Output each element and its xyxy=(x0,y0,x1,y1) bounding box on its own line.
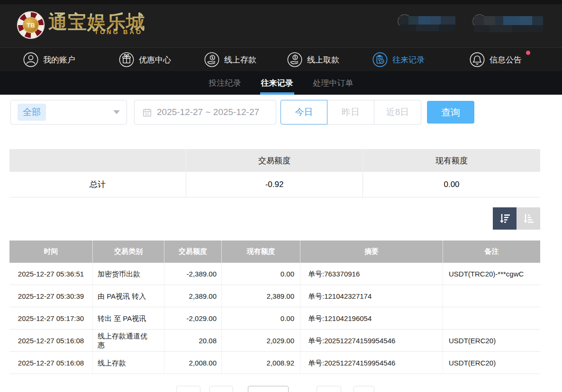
sort-descending-icon xyxy=(498,212,511,225)
date-range-value: 2025-12-27 ~ 2025-12-27 xyxy=(157,107,259,117)
sort-controls xyxy=(493,207,540,230)
pagination-page-button[interactable] xyxy=(209,386,233,392)
summary-total-label: 总计 xyxy=(9,172,186,197)
summary-balance: 0.00 xyxy=(363,172,540,197)
tab-label: 处理中订单 xyxy=(313,78,354,89)
cell-note: USDT(TRC20)-***cgwC xyxy=(443,263,540,285)
col-header-balance: 现有额度 xyxy=(222,241,300,263)
table-row: 2025-12-27 05:16:08 线上存款 2,008.00 2,008.… xyxy=(9,352,540,374)
cell-balance: 0.00 xyxy=(222,307,300,329)
bell-icon xyxy=(469,52,485,68)
pagination-prev-button[interactable] xyxy=(176,386,200,392)
nav-item-announcements[interactable]: 信息公告 xyxy=(469,48,522,71)
brand-logo[interactable]: TB 通宝娱乐城 TONG BAO xyxy=(17,11,145,39)
account-username-redacted xyxy=(474,16,543,32)
chip-label: TB xyxy=(23,17,39,33)
col-header-type: 交易类别 xyxy=(93,241,164,263)
yesterday-button[interactable]: 昨日 xyxy=(327,100,374,125)
nav-label: 优惠中心 xyxy=(139,54,171,65)
nav-label: 我的账户 xyxy=(43,54,75,65)
cell-amount: 20.08 xyxy=(164,330,222,351)
nav-item-withdraw[interactable]: $ 线上取款 xyxy=(287,48,339,71)
table-row: 2025-12-27 05:17:30 转出 至 PA视讯 -2,029.00 … xyxy=(9,307,540,330)
cell-time: 2025-12-27 05:17:30 xyxy=(9,307,93,329)
pagination-page-size-select[interactable] xyxy=(248,386,289,392)
cell-summary: 单号:121042196054 xyxy=(300,307,443,329)
tab-betting-records[interactable]: 投注纪录 xyxy=(209,71,241,95)
cell-balance: 2,008.92 xyxy=(222,352,300,374)
col-header-summary: 摘要 xyxy=(300,241,443,263)
cell-note: USDT(ERC20) xyxy=(443,330,540,351)
withdraw-icon: $ xyxy=(287,52,303,68)
cell-time: 2025-12-27 05:30:39 xyxy=(9,285,93,307)
record-subtabs: 投注纪录 往来记录 处理中订单 xyxy=(0,71,562,95)
cell-type: 由 PA视讯 转入 xyxy=(93,285,164,307)
col-header-amount: 交易额度 xyxy=(164,241,222,263)
summary-header-row: 交易额度 现有额度 xyxy=(9,149,540,172)
last-8-days-button[interactable]: 近8日 xyxy=(374,100,421,125)
account-info-area xyxy=(399,16,543,32)
top-header: TB 通宝娱乐城 TONG BAO xyxy=(0,0,562,47)
cell-summary: 单号:202512274159954546 xyxy=(300,352,443,374)
cell-type: 线上存款通道优惠 xyxy=(93,330,164,351)
summary-header-balance: 现有额度 xyxy=(363,149,540,172)
cell-amount: -2,029.00 xyxy=(164,307,222,329)
tab-transaction-records[interactable]: 往来记录 xyxy=(261,71,293,95)
nav-label: 往来记录 xyxy=(392,54,425,65)
table-row: 2025-12-27 05:16:08 线上存款通道优惠 20.08 2,029… xyxy=(9,330,540,352)
type-select[interactable]: 全部 xyxy=(10,100,127,125)
cell-amount: 2,008.00 xyxy=(164,352,222,374)
date-range-input[interactable]: 2025-12-27 ~ 2025-12-27 xyxy=(134,100,276,125)
sort-descending-button[interactable] xyxy=(493,207,517,230)
cell-note: USDT(ERC20) xyxy=(443,352,540,374)
cell-balance: 2,029.00 xyxy=(222,330,300,351)
nav-item-deposit[interactable]: 线上存款 xyxy=(204,48,256,71)
tab-label: 往来记录 xyxy=(261,78,293,89)
pagination-next-button[interactable] xyxy=(317,386,341,392)
summary-header-empty xyxy=(9,149,186,172)
cell-type: 加密货币出款 xyxy=(93,263,164,285)
pagination-jump-button[interactable] xyxy=(354,386,374,392)
type-select-value: 全部 xyxy=(18,104,46,121)
casino-chip-icon: TB xyxy=(17,11,45,39)
main-nav: 我的账户 优惠中心 线上存款 xyxy=(0,47,562,71)
sort-ascending-button[interactable] xyxy=(517,207,540,230)
tab-pending-orders[interactable]: 处理中订单 xyxy=(313,71,354,95)
cell-balance: 0.00 xyxy=(222,263,300,285)
summary-table: 交易额度 现有额度 总计 -0.92 0.00 xyxy=(9,149,540,197)
nav-label: 信息公告 xyxy=(489,54,522,65)
table-row: 2025-12-27 05:36:51 加密货币出款 -2,389.00 0.0… xyxy=(9,263,540,285)
cell-type: 线上存款 xyxy=(93,352,164,374)
summary-trade-amount: -0.92 xyxy=(186,172,363,197)
cell-summary: 单号:202512274159954546 xyxy=(300,330,443,351)
deposit-icon xyxy=(204,52,220,68)
nav-label: 线上取款 xyxy=(307,54,339,65)
quick-label: 今日 xyxy=(295,106,313,118)
nav-item-promotions[interactable]: 优惠中心 xyxy=(118,48,171,71)
cell-time: 2025-12-27 05:16:08 xyxy=(9,352,93,374)
transactions-table: 时间 交易类别 交易额度 现有额度 摘要 备注 2025-12-27 05:36… xyxy=(9,241,540,374)
today-button[interactable]: 今日 xyxy=(281,100,327,125)
user-icon xyxy=(23,52,39,68)
cell-summary: 单号:763370916 xyxy=(300,263,443,285)
gift-icon xyxy=(118,52,135,68)
brand-subtitle: TONG BAO xyxy=(94,28,143,36)
quick-date-buttons: 今日 昨日 近8日 xyxy=(281,100,421,125)
cell-balance: 2,389.00 xyxy=(222,285,300,307)
svg-text:$: $ xyxy=(294,55,297,60)
nav-item-records[interactable]: 往来记录 xyxy=(372,48,425,71)
cell-note xyxy=(443,285,540,307)
search-button[interactable]: 查询 xyxy=(427,101,474,124)
tab-label: 投注纪录 xyxy=(209,78,241,89)
transaction-records-page: TB 通宝娱乐城 TONG BAO 我的账户 xyxy=(0,0,562,392)
cell-amount: 2,389.00 xyxy=(164,285,222,307)
redacted-mosaic xyxy=(474,16,543,32)
chevron-down-icon xyxy=(113,110,120,114)
nav-item-my-account[interactable]: 我的账户 xyxy=(23,48,75,71)
cell-time: 2025-12-27 05:36:51 xyxy=(9,263,93,285)
table-row: 2025-12-27 05:30:39 由 PA视讯 转入 2,389.00 2… xyxy=(9,285,540,307)
calendar-icon xyxy=(142,107,152,117)
summary-header-trade: 交易额度 xyxy=(186,149,363,172)
records-icon xyxy=(372,52,388,68)
redacted-mosaic xyxy=(399,16,455,31)
